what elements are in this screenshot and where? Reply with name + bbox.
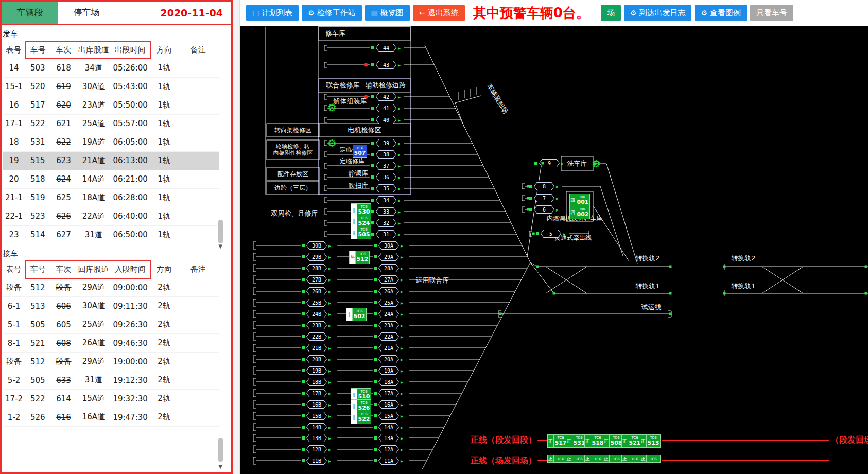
track-badge-36[interactable]: 36▸ bbox=[371, 173, 401, 181]
track-badge-9[interactable]: 9▸ bbox=[534, 159, 564, 167]
track-badge-44[interactable]: 44▸ bbox=[371, 44, 401, 52]
track-badge-35[interactable]: 35▸ bbox=[371, 184, 401, 192]
gear-icon[interactable]: ⚙ bbox=[592, 157, 601, 170]
yard-button[interactable]: 场 bbox=[601, 5, 621, 21]
schedule-row[interactable]: 17-252261415A道19:32:302轨 bbox=[3, 390, 219, 408]
arrive-scrollbar-thumb[interactable] bbox=[218, 438, 223, 462]
only-car-number-button[interactable]: 只看车号 bbox=[750, 5, 793, 21]
overview-button[interactable]: ▦概览图 bbox=[365, 5, 410, 21]
track-badge-42[interactable]: 42▸ bbox=[371, 93, 401, 101]
schedule-row[interactable]: 8-152160826A道09:46:302轨 bbox=[3, 334, 219, 353]
train-badge-518[interactable]: 正TC6518 bbox=[584, 434, 605, 448]
track-badge-18B[interactable]: 18B▸ bbox=[302, 378, 331, 386]
track-badge-13B[interactable]: 13B▸ bbox=[302, 434, 331, 442]
schedule-row[interactable]: 2351462731道06:50:001轨 bbox=[3, 225, 219, 244]
track-badge-30B[interactable]: 30B▸ bbox=[302, 241, 331, 250]
track-badge-20A[interactable]: 20A▸ bbox=[374, 355, 403, 363]
train-badge-502[interactable]: ‖TC6502 bbox=[346, 308, 367, 321]
track-badge-12A[interactable]: 12A▸ bbox=[374, 445, 403, 453]
train-badge-522[interactable]: ‖TC6522 bbox=[351, 411, 371, 424]
track-badge-23B[interactable]: 23B▸ bbox=[302, 321, 331, 329]
tab-parking-lot[interactable]: 停车场 bbox=[58, 2, 115, 24]
track-badge-21A[interactable]: 21A▸ bbox=[374, 344, 403, 352]
train-badge-cutoff[interactable]: 正TC6 bbox=[547, 455, 568, 463]
track-badge-38[interactable]: 38▸ bbox=[371, 150, 401, 159]
schedule-row[interactable]: 段备512段备29A道19:00:002轨 bbox=[3, 353, 219, 371]
plan-list-button[interactable]: ▤计划列表 bbox=[246, 5, 299, 21]
train-badge-531[interactable]: 正TC6531 bbox=[566, 434, 586, 448]
train-badge-cutoff[interactable]: 正TC6 bbox=[621, 455, 642, 463]
track-badge-26B[interactable]: 26B▸ bbox=[302, 287, 331, 295]
train-badge-508[interactable]: 正TC6508 bbox=[603, 434, 623, 448]
track-badge-39[interactable]: 39▸ bbox=[371, 139, 401, 147]
track-badge-16A[interactable]: 16A▸ bbox=[374, 400, 403, 409]
gear-icon[interactable]: ⚙ bbox=[327, 137, 337, 149]
schedule-row[interactable]: 22-152362622A道06:40:001轨 bbox=[3, 207, 219, 225]
train-badge-002[interactable]: 四NR002 bbox=[569, 206, 590, 219]
track-badge-24B[interactable]: 24B▸ bbox=[302, 310, 331, 318]
schedule-row[interactable]: 2051862414A道06:21:001轨 bbox=[3, 170, 219, 188]
track-badge-16B[interactable]: 16B▸ bbox=[302, 400, 331, 409]
schedule-row[interactable]: 1853162219A道06:05:001轨 bbox=[3, 133, 219, 151]
track-badge-11A[interactable]: 11A▸ bbox=[374, 457, 403, 465]
track-badge-26A[interactable]: 26A▸ bbox=[374, 287, 403, 295]
track-badge-5[interactable]: 5▸ bbox=[536, 230, 565, 238]
track-badge-34[interactable]: 34▸ bbox=[371, 196, 401, 204]
track-badge-17A[interactable]: 17A▸ bbox=[374, 389, 403, 397]
track-badge-32[interactable]: 32▸ bbox=[371, 219, 401, 227]
schedule-row[interactable]: 1450361834道05:26:001轨 bbox=[3, 59, 219, 77]
track-badge-24A[interactable]: 24A▸ bbox=[374, 310, 403, 318]
tab-depot[interactable]: 车辆段 bbox=[2, 2, 58, 24]
train-badge-cutoff[interactable]: 正TC6 bbox=[603, 455, 623, 463]
schedule-row[interactable]: 21-151962518A道06:28:001轨 bbox=[3, 188, 219, 207]
page-scrollbar[interactable] bbox=[233, 0, 240, 474]
track-badge-22B[interactable]: 22B▸ bbox=[302, 332, 331, 341]
track-badge-29B[interactable]: 29B▸ bbox=[302, 253, 331, 261]
schedule-row[interactable]: 段备512段备29A道09:00:002轨 bbox=[3, 278, 219, 297]
train-badge-001[interactable]: 四NR001 bbox=[569, 194, 590, 207]
train-badge-507[interactable]: TC6507 bbox=[353, 145, 367, 158]
track-badge-19A[interactable]: 19A▸ bbox=[374, 366, 403, 375]
arrival-departure-log-button[interactable]: ⚙到达出发日志 bbox=[624, 5, 692, 21]
track-badge-43[interactable]: 43▸ bbox=[371, 61, 401, 69]
track-badge-11B[interactable]: 11B▸ bbox=[302, 457, 331, 465]
schedule-row[interactable]: 1651762023A道05:50:001轨 bbox=[3, 96, 219, 114]
track-badge-37[interactable]: 37▸ bbox=[371, 162, 401, 170]
track-badge-27B[interactable]: 27B▸ bbox=[302, 275, 331, 284]
track-badge-41[interactable]: 41▸ bbox=[371, 104, 401, 112]
track-badge-6[interactable]: 6▸ bbox=[529, 205, 559, 214]
track-badge-20B[interactable]: 20B▸ bbox=[302, 355, 331, 363]
track-badge-12B[interactable]: 12B▸ bbox=[302, 445, 331, 453]
arrive-scroll-down-icon[interactable]: ▼ bbox=[218, 464, 222, 469]
track-badge-25A[interactable]: 25A▸ bbox=[374, 299, 403, 307]
depart-scrollbar-thumb[interactable] bbox=[218, 220, 223, 243]
logout-button[interactable]: ←退出系统 bbox=[413, 5, 465, 21]
schedule-row[interactable]: 15-152061930A道05:43:001轨 bbox=[3, 77, 219, 96]
train-badge-cutoff[interactable]: 正TC6 bbox=[566, 455, 586, 463]
gear-icon[interactable]: ⚙ bbox=[327, 101, 337, 114]
train-badge-517[interactable]: 正TC6517 bbox=[547, 434, 568, 448]
track-badge-40[interactable]: 40▸ bbox=[371, 116, 401, 124]
train-badge-cutoff[interactable]: 正TC6 bbox=[640, 455, 661, 463]
track-badge-14A[interactable]: 14A▸ bbox=[374, 423, 403, 431]
maintenance-station-button[interactable]: ⚙检修工作站 bbox=[302, 5, 362, 21]
track-badge-28B[interactable]: 28B▸ bbox=[302, 264, 331, 272]
train-badge-505[interactable]: ‖TC6505 bbox=[351, 226, 371, 239]
schedule-row[interactable]: 1-252661616A道19:47:302轨 bbox=[3, 408, 219, 427]
train-badge-513[interactable]: 正TC6513 bbox=[640, 434, 661, 448]
track-badge-22A[interactable]: 22A▸ bbox=[374, 332, 403, 341]
depart-scroll-down-icon[interactable]: ▼ bbox=[218, 243, 222, 249]
track-badge-14B[interactable]: 14B▸ bbox=[302, 423, 331, 431]
track-badge-19B[interactable]: 19B▸ bbox=[302, 366, 331, 375]
track-badge-27A[interactable]: 27A▸ bbox=[374, 275, 403, 284]
track-badge-23A[interactable]: 23A▸ bbox=[374, 321, 403, 329]
track-badge-15B[interactable]: 15B▸ bbox=[302, 412, 331, 420]
track-badge-30A[interactable]: 30A▸ bbox=[374, 241, 403, 250]
track-badge-25B[interactable]: 25B▸ bbox=[302, 299, 331, 307]
schedule-row[interactable]: 6-151360630A道09:11:302轨 bbox=[3, 297, 219, 315]
track-badge-17B[interactable]: 17B▸ bbox=[302, 389, 331, 397]
schedule-row[interactable]: 1951562321A道06:13:001轨 bbox=[3, 151, 219, 170]
track-badge-7[interactable]: 7▸ bbox=[529, 194, 559, 202]
view-legend-button[interactable]: ⚙查看图例 bbox=[695, 5, 747, 21]
track-badge-28A[interactable]: 28A▸ bbox=[374, 264, 403, 272]
